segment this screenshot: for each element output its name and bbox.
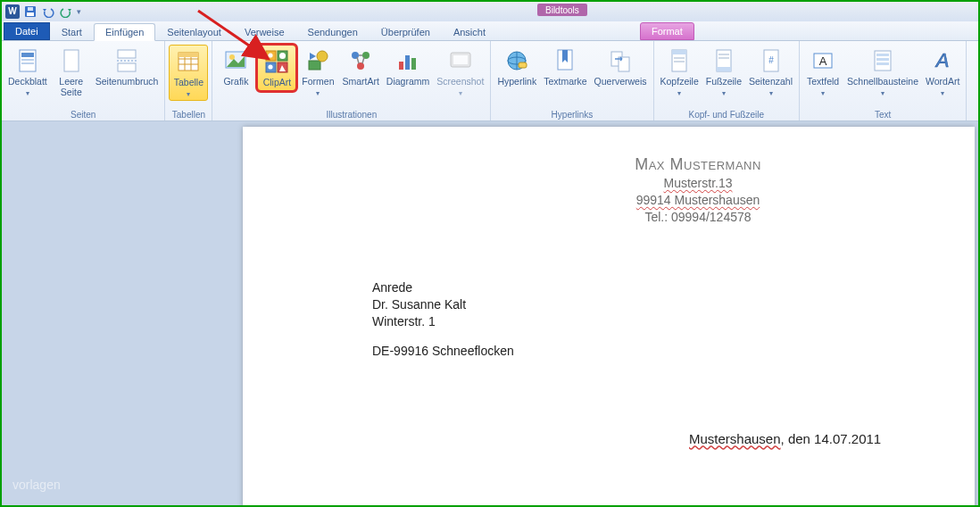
svg-rect-39 (519, 62, 527, 68)
leere-seite-button[interactable]: LeereSeite (52, 45, 91, 99)
svg-rect-6 (21, 62, 34, 64)
leere-seite-label: LeereSeite (59, 77, 83, 97)
tabelle-label: Tabelle (174, 78, 203, 88)
svg-rect-50 (718, 57, 729, 59)
tab-ansicht[interactable]: Ansicht (442, 23, 497, 40)
tab-verweise[interactable]: Verweise (233, 23, 296, 40)
schnellbausteine-button[interactable]: Schnellbausteine▾ (844, 45, 921, 99)
redo-icon[interactable] (59, 4, 73, 19)
tab-seitenlayout[interactable]: Seitenlayout (155, 23, 233, 40)
smartart-label: SmartArt (342, 77, 378, 87)
place-date-line: Mustershausen, den 14.07.2011 (689, 431, 912, 446)
diagramm-icon (394, 46, 422, 75)
kopfzeile-icon (665, 46, 693, 75)
smartart-button[interactable]: SmartArt (339, 45, 381, 89)
svg-rect-31 (399, 62, 403, 70)
tab-file[interactable]: Datei (4, 22, 50, 40)
fusszeile-icon (710, 46, 738, 75)
seitenumbruch-button[interactable]: Seitenumbruch (93, 45, 162, 89)
context-tab-group-label: Bildtools (537, 4, 587, 16)
group-title: Text (803, 109, 962, 121)
tabelle-icon (174, 47, 203, 76)
svg-rect-58 (876, 62, 889, 65)
sender-street: Musterstr.13 (663, 176, 732, 190)
svg-point-30 (357, 62, 364, 70)
tab-überprüfen[interactable]: Überprüfen (370, 23, 442, 40)
qat-customize-icon[interactable]: ▾ (77, 7, 81, 16)
group-tabellen: Tabelle▾Tabellen (165, 41, 212, 121)
dropdown-arrow-icon: ▾ (881, 89, 884, 97)
ribbon-tabs: Datei StartEinfügenSeitenlayoutVerweiseS… (2, 21, 978, 41)
watermark-text: vorlagen (12, 478, 61, 492)
tabelle-button[interactable]: Tabelle▾ (169, 45, 208, 101)
clipart-button[interactable]: ClipArt (257, 45, 296, 91)
wordart-icon: A (928, 46, 957, 75)
svg-rect-8 (118, 50, 136, 58)
diagramm-button[interactable]: Diagramm (384, 45, 432, 89)
tab-sendungen[interactable]: Sendungen (296, 23, 370, 40)
formen-button[interactable]: Formen▾ (298, 45, 337, 99)
tab-format[interactable]: Format (640, 22, 694, 40)
sender-tel: Tel.: 09994/124578 (582, 209, 814, 226)
dropdown-arrow-icon: ▾ (769, 89, 773, 97)
textfeld-icon: A (809, 46, 837, 75)
group-title: Seiten (5, 109, 161, 121)
querverweis-button[interactable]: Querverweis (592, 45, 650, 89)
word-app-icon: W (5, 4, 20, 19)
smartart-icon (346, 46, 375, 75)
svg-rect-56 (876, 54, 889, 56)
group-title: Hyperlinks (494, 109, 649, 121)
svg-rect-35 (453, 55, 468, 64)
document-page: Max Mustermann Musterstr.13 99914 Muster… (243, 127, 975, 505)
screenshot-icon (446, 46, 475, 75)
svg-rect-45 (674, 57, 685, 59)
seitenzahl-icon: # (757, 46, 785, 75)
textmarke-button[interactable]: Textmarke (541, 45, 589, 89)
svg-point-18 (229, 54, 235, 60)
svg-rect-48 (717, 67, 731, 71)
svg-rect-2 (28, 7, 33, 11)
wordart-label: WordArt (926, 77, 959, 87)
svg-point-24 (269, 53, 273, 57)
tab-start[interactable]: Start (50, 23, 94, 40)
textfeld-label: Textfeld (807, 77, 839, 87)
schnellbausteine-label: Schnellbausteine (847, 77, 918, 87)
sender-name: Max Mustermann (582, 154, 814, 175)
dropdown-arrow-icon: ▾ (722, 89, 726, 97)
grafik-icon (221, 46, 250, 75)
seitenumbruch-label: Seitenumbruch (96, 77, 159, 87)
formen-label: Formen (302, 77, 334, 87)
deckblatt-button[interactable]: Deckblatt▾ (5, 45, 50, 99)
group-illustrationen: GrafikClipArtFormen▾SmartArtDiagrammScre… (212, 41, 491, 121)
clipart-icon (262, 47, 291, 76)
dropdown-arrow-icon: ▾ (941, 89, 944, 97)
save-icon[interactable] (23, 4, 37, 19)
leere-seite-icon (57, 46, 86, 75)
deckblatt-label: Deckblatt (8, 77, 47, 87)
clipart-label: ClipArt (263, 78, 292, 88)
grafik-label: Grafik (223, 77, 248, 87)
kopfzeile-button[interactable]: Kopfzeile▾ (658, 45, 702, 99)
diagramm-label: Diagramm (386, 77, 429, 87)
dropdown-arrow-icon: ▾ (821, 89, 825, 97)
seitenzahl-button[interactable]: #Seitenzahl▾ (746, 45, 795, 99)
undo-icon[interactable] (41, 4, 55, 19)
grafik-button[interactable]: Grafik (216, 45, 255, 89)
recipient-salutation: Anrede (372, 279, 912, 296)
textfeld-button[interactable]: ATextfeld▾ (803, 45, 843, 99)
wordart-button[interactable]: AWordArt▾ (923, 45, 962, 99)
dropdown-arrow-icon: ▾ (187, 90, 190, 98)
fusszeile-button[interactable]: Fußzeile▾ (703, 45, 744, 99)
svg-rect-16 (179, 53, 198, 57)
hyperlink-icon (502, 46, 531, 75)
tab-einfügen[interactable]: Einfügen (94, 23, 155, 41)
svg-rect-5 (21, 59, 34, 61)
group-text: ATextfeld▾Schnellbausteine▾AWordArt▾Text (800, 41, 967, 121)
recipient-name: Dr. Susanne Kalt (372, 296, 912, 313)
group-title: Tabellen (169, 109, 208, 121)
svg-point-21 (279, 53, 286, 59)
place: Mustershausen (689, 431, 781, 446)
group-title: Kopf- und Fußzeile (658, 109, 796, 121)
hyperlink-button[interactable]: Hyperlink (494, 45, 539, 89)
quick-access-toolbar: W ▾ (5, 4, 81, 19)
